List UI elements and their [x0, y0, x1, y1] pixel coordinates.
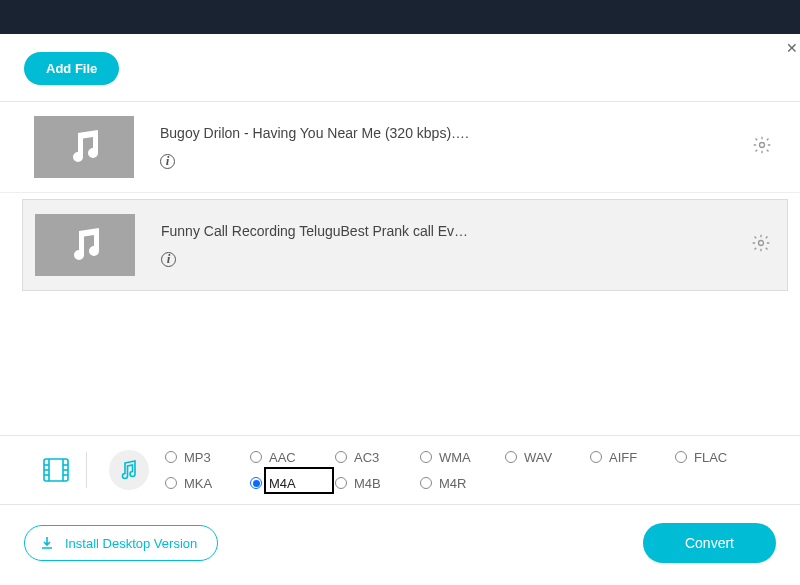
format-option-mp3[interactable]: MP3 [165, 450, 250, 465]
audio-thumbnail [35, 214, 135, 276]
format-label: M4A [269, 476, 296, 491]
download-icon [39, 535, 55, 551]
bottom-panel: MP3AACAC3WMAWAVAIFFFLACMKAM4AM4BM4R Inst… [0, 435, 800, 585]
file-info: Funny Call Recording TeluguBest Prank ca… [135, 223, 751, 267]
gear-icon[interactable] [752, 135, 772, 159]
svg-point-1 [759, 241, 764, 246]
format-option-wma[interactable]: WMA [420, 450, 505, 465]
format-label: WAV [524, 450, 552, 465]
format-option-m4a[interactable]: M4A [250, 476, 335, 491]
file-row[interactable]: Funny Call Recording TeluguBest Prank ca… [22, 199, 788, 291]
format-label: WMA [439, 450, 471, 465]
radio-icon [165, 477, 177, 489]
radio-icon [250, 477, 262, 489]
radio-icon [420, 451, 432, 463]
radio-icon [505, 451, 517, 463]
format-label: AC3 [354, 450, 379, 465]
format-label: MP3 [184, 450, 211, 465]
format-option-mka[interactable]: MKA [165, 476, 250, 491]
format-grid: MP3AACAC3WMAWAVAIFFFLACMKAM4AM4BM4R [165, 446, 760, 494]
add-file-button[interactable]: Add File [24, 52, 119, 85]
format-option-m4r[interactable]: M4R [420, 476, 505, 491]
file-info: Bugoy Drilon - Having You Near Me (320 k… [134, 125, 752, 169]
format-label: AIFF [609, 450, 637, 465]
radio-icon [675, 451, 687, 463]
radio-icon [250, 451, 262, 463]
file-row[interactable]: Bugoy Drilon - Having You Near Me (320 k… [0, 102, 800, 193]
footer-bar: Install Desktop Version Convert [0, 505, 800, 585]
video-type-icon[interactable] [36, 450, 76, 490]
info-icon[interactable]: i [160, 154, 175, 169]
format-label: M4R [439, 476, 466, 491]
format-option-ac3[interactable]: AC3 [335, 450, 420, 465]
format-option-aiff[interactable]: AIFF [590, 450, 675, 465]
format-option-aac[interactable]: AAC [250, 450, 335, 465]
close-icon[interactable]: ✕ [786, 40, 798, 56]
format-label: MKA [184, 476, 212, 491]
audio-thumbnail [34, 116, 134, 178]
svg-point-0 [760, 143, 765, 148]
format-label: AAC [269, 450, 296, 465]
format-bar: MP3AACAC3WMAWAVAIFFFLACMKAM4AM4BM4R [0, 435, 800, 505]
format-label: M4B [354, 476, 381, 491]
gear-icon[interactable] [751, 233, 771, 257]
format-option-m4b[interactable]: M4B [335, 476, 420, 491]
install-desktop-button[interactable]: Install Desktop Version [24, 525, 218, 561]
main-content: Add File Bugoy Drilon - Having You Near … [0, 34, 800, 291]
file-title: Bugoy Drilon - Having You Near Me (320 k… [160, 125, 752, 141]
radio-icon [335, 451, 347, 463]
file-list: Bugoy Drilon - Having You Near Me (320 k… [0, 101, 800, 291]
radio-icon [590, 451, 602, 463]
audio-type-icon[interactable] [109, 450, 149, 490]
radio-icon [335, 477, 347, 489]
format-option-flac[interactable]: FLAC [675, 450, 760, 465]
info-icon[interactable]: i [161, 252, 176, 267]
install-label: Install Desktop Version [65, 536, 197, 551]
radio-icon [420, 477, 432, 489]
format-label: FLAC [694, 450, 727, 465]
music-note-icon [63, 223, 107, 267]
music-note-icon [62, 125, 106, 169]
radio-icon [165, 451, 177, 463]
divider [86, 452, 87, 488]
convert-button[interactable]: Convert [643, 523, 776, 563]
file-title: Funny Call Recording TeluguBest Prank ca… [161, 223, 751, 239]
format-option-wav[interactable]: WAV [505, 450, 590, 465]
app-header [0, 0, 800, 34]
